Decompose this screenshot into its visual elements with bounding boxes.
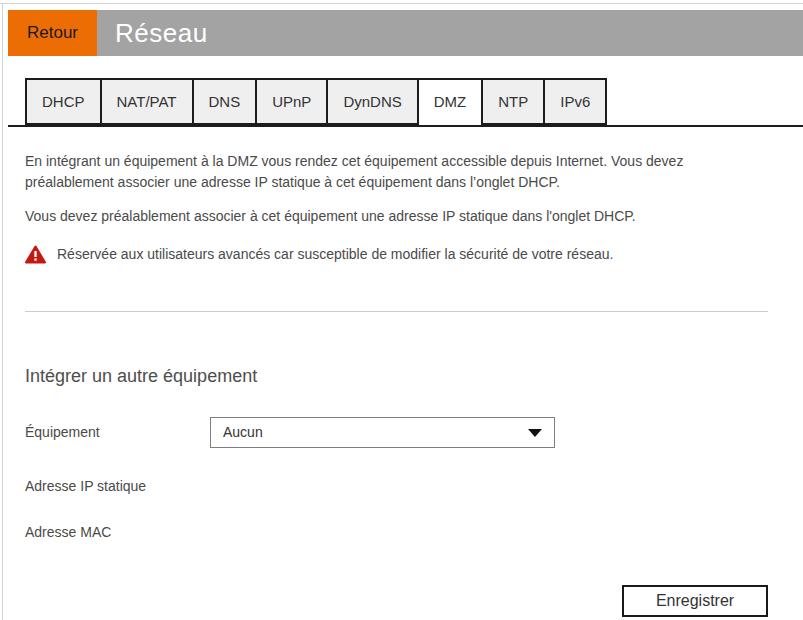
- device-label: Équipement: [25, 422, 210, 443]
- tab-upnp[interactable]: UPnP: [255, 78, 328, 125]
- warning-triangle-icon: [25, 245, 46, 264]
- dmz-panel: En intégrant un équipement à la DMZ vous…: [25, 151, 768, 543]
- top-border-line: [0, 3, 803, 4]
- page-title: Réseau: [115, 18, 208, 49]
- section-title: Intégrer un autre équipement: [25, 366, 768, 387]
- left-border-line: [2, 3, 3, 620]
- warning-row: Réservée aux utilisateurs avancés car su…: [25, 244, 768, 265]
- warning-text: Réservée aux utilisateurs avancés car su…: [57, 244, 613, 265]
- chevron-down-icon: [528, 429, 542, 437]
- tab-bar: DHCPNAT/PATDNSUPnPDynDNSDMZNTPIPv6: [8, 78, 803, 127]
- page-header: Retour Réseau: [8, 10, 803, 56]
- static-ip-row: Adresse IP statique: [25, 476, 768, 497]
- prerequisite-paragraph: Vous devez préalablement associer à cet …: [25, 206, 768, 227]
- tab-ipv6[interactable]: IPv6: [543, 78, 607, 125]
- mac-address-row: Adresse MAC: [25, 522, 768, 543]
- intro-paragraph: En intégrant un équipement à la DMZ vous…: [25, 151, 768, 193]
- tab-dhcp[interactable]: DHCP: [25, 78, 102, 125]
- back-button[interactable]: Retour: [8, 10, 97, 56]
- tab-bar-baseline: [8, 125, 803, 127]
- tab-dns[interactable]: DNS: [192, 78, 258, 125]
- tab-ntp[interactable]: NTP: [481, 78, 545, 125]
- mac-address-label: Adresse MAC: [25, 522, 210, 543]
- static-ip-label: Adresse IP statique: [25, 476, 210, 497]
- save-button[interactable]: Enregistrer: [622, 585, 768, 617]
- section-divider: [25, 311, 768, 312]
- footer-actions: Enregistrer: [25, 585, 768, 617]
- title-bar: Réseau: [97, 10, 803, 56]
- device-row: Équipement Aucun: [25, 417, 768, 448]
- tab-dyndns[interactable]: DynDNS: [326, 78, 418, 125]
- device-select-value: Aucun: [223, 422, 263, 443]
- device-select[interactable]: Aucun: [210, 417, 555, 448]
- tab-nat-pat[interactable]: NAT/PAT: [100, 78, 194, 125]
- tab-dmz[interactable]: DMZ: [417, 78, 484, 127]
